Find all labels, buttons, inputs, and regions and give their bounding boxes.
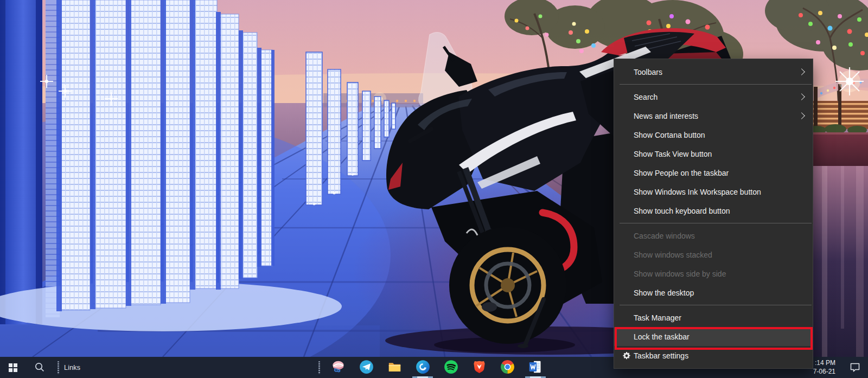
links-toolbar-label: Links: [64, 364, 80, 371]
taskbar-app-file-explorer[interactable]: [380, 357, 409, 378]
gear-icon: [622, 351, 631, 360]
taskbar-app-shell[interactable]: [324, 357, 352, 378]
microsoft-word-icon: [528, 360, 543, 376]
menu-item-label: Show touch keyboard button: [634, 207, 730, 215]
taskbar-context-menu: Toolbars Search News and interests Show …: [614, 59, 813, 369]
submenu-chevron-icon: [798, 93, 805, 100]
menu-item-label: Show People on the taskbar: [634, 169, 729, 177]
menu-item-label: Taskbar settings: [634, 351, 688, 360]
chrome-icon: [500, 360, 515, 376]
microsoft-edge-icon: [416, 360, 430, 376]
taskbar-app-edge[interactable]: [409, 357, 437, 378]
menu-separator: [620, 84, 812, 85]
desktop-screen: Links: [0, 0, 868, 378]
clock-time: :14 PM: [813, 358, 835, 367]
menu-item-show-task-view-button[interactable]: Show Task View button: [614, 144, 813, 163]
menu-item-label: Show Windows Ink Workspace button: [634, 188, 761, 196]
clock-date: 7-06-21: [813, 367, 835, 376]
menu-item-cascade-windows: Cascade windows: [614, 226, 813, 245]
menu-item-show-cortana-button[interactable]: Show Cortana button: [614, 125, 813, 144]
menu-item-label: Lock the taskbar: [634, 332, 690, 341]
windows-logo-icon: [9, 363, 17, 372]
start-button[interactable]: [0, 357, 26, 378]
toolbar-grip[interactable]: [58, 361, 59, 374]
menu-item-label: Task Manager: [634, 313, 681, 322]
menu-item-show-windows-side-by-side: Show windows side by side: [614, 264, 813, 283]
menu-item-label: Show Task View button: [634, 150, 712, 158]
search-icon: [34, 362, 44, 374]
menu-item-show-the-desktop[interactable]: Show the desktop: [614, 283, 813, 302]
menu-item-search[interactable]: Search: [614, 87, 813, 106]
menu-item-label: Show the desktop: [634, 289, 694, 297]
menu-item-label: Show Cortana button: [634, 131, 705, 139]
taskbar-clock[interactable]: :14 PM 7-06-21: [813, 358, 835, 376]
menu-item-label: Toolbars: [634, 68, 662, 76]
menu-item-toolbars[interactable]: Toolbars: [614, 62, 813, 81]
menu-item-show-windows-stacked: Show windows stacked: [614, 245, 813, 264]
taskbar-app-spotify[interactable]: [437, 357, 465, 378]
menu-item-label: News and interests: [634, 112, 698, 120]
taskbar-app-word[interactable]: [521, 357, 550, 378]
action-center-button[interactable]: [848, 361, 861, 374]
submenu-chevron-icon: [798, 112, 805, 119]
menu-item-label: Show windows stacked: [634, 251, 712, 259]
menu-item-show-windows-ink-workspace-button[interactable]: Show Windows Ink Workspace button: [614, 182, 813, 201]
menu-item-task-manager[interactable]: Task Manager: [614, 308, 813, 327]
menu-item-news-and-interests[interactable]: News and interests: [614, 106, 813, 125]
action-center-icon: [849, 367, 861, 375]
telegram-icon: [359, 360, 374, 376]
menu-item-label: Show windows side by side: [634, 270, 726, 278]
taskbar-app-telegram[interactable]: [352, 357, 380, 378]
submenu-chevron-icon: [798, 68, 805, 75]
menu-item-lock-the-taskbar[interactable]: Lock the taskbar: [614, 327, 813, 346]
menu-item-taskbar-settings[interactable]: Taskbar settings: [614, 346, 813, 365]
menu-item-show-people-on-the-taskbar[interactable]: Show People on the taskbar: [614, 163, 813, 182]
menu-separator: [620, 223, 812, 223]
taskbar-app-icons: [318, 357, 550, 378]
brave-icon: [472, 360, 487, 376]
shell-app-icon: [331, 360, 346, 376]
menu-item-label: Search: [634, 93, 658, 101]
menu-item-show-touch-keyboard-button[interactable]: Show touch keyboard button: [614, 201, 813, 220]
menu-item-label: Cascade windows: [634, 232, 695, 240]
spotify-icon: [444, 360, 458, 376]
taskbar-app-brave[interactable]: [465, 357, 493, 378]
taskbar-search-button[interactable]: [26, 357, 52, 378]
links-toolbar[interactable]: Links: [64, 364, 80, 371]
menu-separator: [620, 305, 812, 305]
taskbar-app-chrome[interactable]: [493, 357, 521, 378]
apps-grip[interactable]: [318, 361, 320, 374]
file-explorer-icon: [387, 360, 402, 376]
